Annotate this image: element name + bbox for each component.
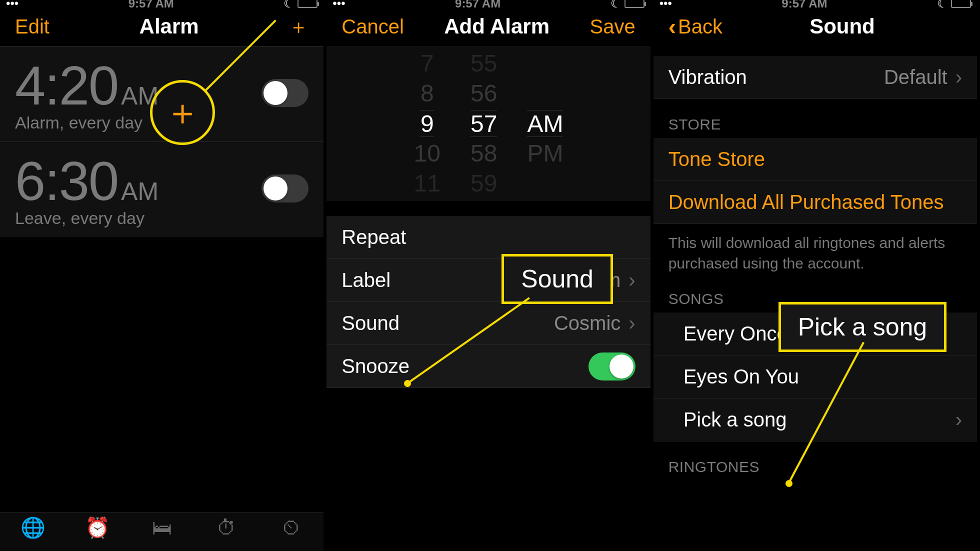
tab-bar: 🌐 ⏰ 🛏 ⏱ ⏲	[0, 512, 324, 551]
snooze-label: Snooze	[342, 355, 410, 378]
globe-icon: 🌐	[20, 518, 44, 538]
label-row[interactable]: Label Alarm›	[326, 259, 650, 302]
battery-icon	[298, 0, 318, 8]
alarm-ampm: AM	[121, 177, 158, 206]
nav-title: Add Alarm	[444, 14, 550, 38]
screen-add-alarm: ••• 9:57 AM ☾ Cancel Add Alarm Save 6 7 …	[326, 0, 653, 551]
alarm-ampm: AM	[121, 82, 158, 110]
stopwatch-icon: ⏱	[214, 518, 238, 538]
alarm-toggle[interactable]	[262, 79, 308, 107]
alarm-time: 4:20	[15, 54, 118, 117]
add-alarm-button[interactable]: ＋	[288, 16, 308, 36]
save-button[interactable]: Save	[590, 16, 635, 38]
back-button[interactable]: ‹ Back	[668, 13, 722, 40]
sound-label: Sound	[342, 312, 400, 334]
store-header: STORE	[654, 99, 977, 138]
alarm-label: Leave, every day	[15, 208, 158, 228]
cancel-button[interactable]: Cancel	[342, 16, 404, 38]
annotation-dot	[786, 480, 792, 487]
nav-bar: ‹ Back Sound	[654, 7, 977, 46]
sound-row[interactable]: Sound Cosmic›	[326, 302, 650, 345]
chevron-right-icon: ›	[956, 408, 962, 431]
snooze-row: Snooze	[326, 345, 650, 388]
tab-timer[interactable]: ⏲	[280, 518, 304, 538]
alarm-settings: Repeat Label Alarm› Sound Cosmic› Snooze	[326, 216, 650, 388]
screen-sound: ••• 9:57 AM ☾ ‹ Back Sound Vibration Def…	[654, 0, 980, 551]
battery-icon	[951, 0, 971, 8]
vibration-label: Vibration	[668, 66, 747, 88]
status-bar: ••• 9:57 AM ☾	[0, 0, 324, 7]
pick-song-row[interactable]: Pick a song ›	[654, 398, 977, 442]
tab-bedtime[interactable]: 🛏	[150, 518, 174, 538]
label-label: Label	[342, 269, 390, 292]
timer-icon: ⏲	[280, 518, 304, 538]
song-row[interactable]: Eyes On You	[654, 356, 977, 398]
snooze-toggle[interactable]	[588, 352, 636, 380]
status-bar: ••• 9:57 AM ☾	[326, 0, 650, 7]
ampm-column[interactable]: AM PM	[527, 46, 563, 201]
status-bar: ••• 9:57 AM ☾	[654, 0, 977, 7]
songs-header: SONGS	[654, 274, 977, 312]
nav-bar: Cancel Add Alarm Save	[326, 7, 650, 46]
chevron-right-icon: ›	[628, 312, 635, 334]
vibration-row[interactable]: Vibration Default ›	[654, 56, 977, 99]
nav-bar: Edit Alarm ＋	[0, 7, 324, 46]
alarm-icon: ⏰	[85, 518, 109, 538]
repeat-row[interactable]: Repeat	[326, 216, 650, 259]
alarm-label: Alarm, every day	[15, 113, 158, 132]
chevron-right-icon: ›	[956, 66, 962, 88]
tone-store-row[interactable]: Tone Store	[654, 138, 977, 181]
repeat-label: Repeat	[342, 226, 406, 248]
tab-world-clock[interactable]: 🌐	[20, 518, 44, 538]
bed-icon: 🛏	[150, 518, 174, 538]
hour-column[interactable]: 6 7 8 9 10 11 12	[414, 46, 440, 201]
battery-icon	[624, 0, 644, 8]
alarm-time: 6:30	[15, 149, 118, 212]
chevron-left-icon: ‹	[668, 13, 676, 40]
song-row[interactable]: Every Once In A While	[654, 312, 977, 356]
store-footnote: This will download all ringtones and ale…	[654, 224, 977, 274]
download-tones-row[interactable]: Download All Purchased Tones	[654, 181, 977, 224]
nav-title: Sound	[810, 14, 875, 38]
alarm-row[interactable]: 6:30 AM Leave, every day	[0, 142, 324, 237]
tab-alarm[interactable]: ⏰	[85, 518, 109, 538]
alarm-row[interactable]: 4:20 AM Alarm, every day	[0, 46, 324, 142]
ringtones-header: RINGTONES	[654, 442, 977, 480]
nav-title: Alarm	[140, 14, 199, 38]
edit-button[interactable]: Edit	[15, 16, 50, 38]
tab-stopwatch[interactable]: ⏱	[214, 518, 238, 538]
minute-column[interactable]: 54 55 56 57 58 59 00	[470, 46, 497, 201]
chevron-right-icon: ›	[628, 269, 635, 292]
alarm-toggle[interactable]	[262, 174, 308, 202]
screen-alarm-list: ••• 9:57 AM ☾ Edit Alarm ＋ 4:20 AM Alarm…	[0, 0, 326, 551]
time-picker[interactable]: 6 7 8 9 10 11 12 54 55 56 57 58 59 00 AM…	[326, 46, 650, 201]
